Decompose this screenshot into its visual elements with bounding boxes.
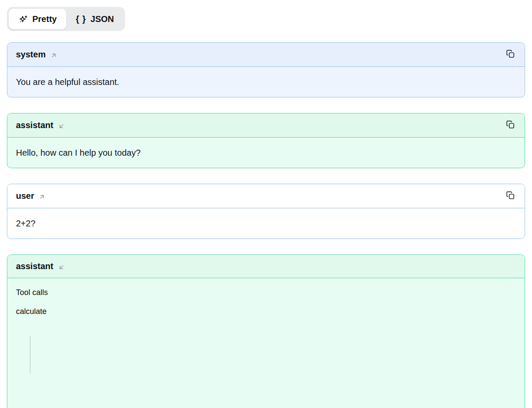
arrow-up-right-icon xyxy=(50,52,57,59)
role-label: user xyxy=(16,190,34,202)
json-tree: {2 items "expression": "2+2", "result": … xyxy=(16,319,516,408)
copy-button[interactable] xyxy=(505,48,516,61)
message-content: You are a helpful assistant. xyxy=(7,67,525,97)
copy-icon xyxy=(506,191,515,201)
tool-calls-heading: Tool calls xyxy=(16,288,516,297)
message-card-system: system You are a helpful assistant. xyxy=(7,42,525,97)
message-content: 2+2? xyxy=(7,208,525,239)
tool-name: calculate xyxy=(16,307,516,316)
message-header: user xyxy=(7,184,525,208)
role-label: assistant xyxy=(16,119,53,131)
message-card-assistant: assistant Hello, how can I help you toda… xyxy=(7,113,525,168)
pretty-tab-label: Pretty xyxy=(32,13,57,25)
message-header: system xyxy=(7,43,525,67)
message-header: assistant xyxy=(7,113,525,138)
sparkle-icon xyxy=(18,15,28,25)
arrow-down-left-icon xyxy=(58,122,65,130)
indent-guide xyxy=(30,336,31,374)
copy-icon xyxy=(506,120,515,131)
message-card-assistant-tool-calls: assistant Tool calls calculate {2 items … xyxy=(7,254,525,408)
copy-button[interactable] xyxy=(505,190,516,202)
tab-json[interactable]: { } JSON xyxy=(66,9,124,29)
arrow-up-right-icon xyxy=(38,193,46,201)
message-content: Hello, how can I help you today? xyxy=(7,138,525,168)
role-label: system xyxy=(16,49,46,60)
message-content: Tool calls calculate {2 items "expressio… xyxy=(7,278,525,408)
role-label: assistant xyxy=(16,260,53,272)
message-header: assistant xyxy=(7,255,525,278)
braces-glyph: { } xyxy=(76,13,86,25)
json-root-row: {2 items xyxy=(16,393,516,408)
json-tab-label: JSON xyxy=(91,13,114,25)
view-toggle-row: Pretty { } JSON xyxy=(7,7,525,31)
tab-pretty[interactable]: Pretty xyxy=(9,9,66,29)
view-toggle: Pretty { } JSON xyxy=(7,7,125,31)
arrow-down-left-icon xyxy=(58,264,65,271)
message-card-user: user 2+2? xyxy=(7,184,525,239)
copy-button[interactable] xyxy=(505,119,516,132)
copy-icon xyxy=(506,49,515,60)
